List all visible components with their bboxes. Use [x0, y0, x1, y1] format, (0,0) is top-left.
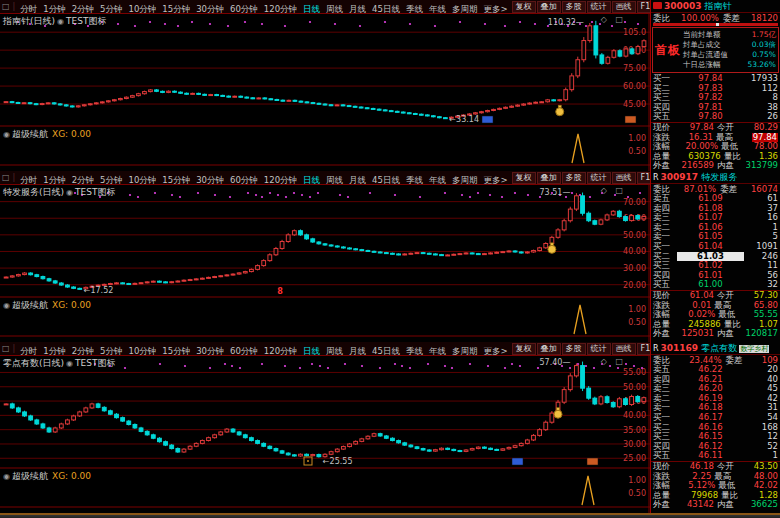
- period-10分钟[interactable]: 10分钟: [126, 346, 160, 356]
- period-45日线[interactable]: 45日线: [369, 4, 403, 14]
- period-5分钟[interactable]: 5分钟: [97, 175, 125, 185]
- period-15分钟[interactable]: 15分钟: [159, 346, 193, 356]
- period-更多>[interactable]: 更多>: [480, 346, 510, 356]
- bid-row-5[interactable]: 买五61.0032: [651, 280, 780, 290]
- toolbar-button-多股[interactable]: 多股: [562, 1, 586, 13]
- period-45日线[interactable]: 45日线: [369, 346, 403, 356]
- period-120分钟[interactable]: 120分钟: [261, 175, 300, 185]
- toolbar-button-复权[interactable]: 复权: [512, 1, 536, 13]
- indicator-dot-icon: ◉: [3, 472, 10, 481]
- chart-corner-icons[interactable]: ◇ □: [601, 186, 626, 195]
- chart-area[interactable]: 55.0050.0045.0040.0035.0030.0025.001.000…: [0, 356, 650, 513]
- toolbar-button-叠加[interactable]: 叠加: [537, 172, 561, 184]
- toolbar-button-叠加[interactable]: 叠加: [537, 343, 561, 355]
- period-60分钟[interactable]: 60分钟: [227, 175, 261, 185]
- period-10分钟[interactable]: 10分钟: [126, 175, 160, 185]
- candlestick-chart[interactable]: 55.0050.0045.0040.0035.0030.0025.001.000…: [0, 356, 650, 513]
- bid-row-5[interactable]: 买五97.8026: [651, 112, 780, 122]
- period-1分钟[interactable]: 1分钟: [40, 175, 68, 185]
- chart-corner-icons[interactable]: ◇ □: [601, 357, 626, 366]
- stock-period-label: 特发服务(日线): [3, 187, 64, 197]
- weibi-label: 委比: [653, 13, 670, 23]
- period-日线[interactable]: 日线: [300, 175, 323, 185]
- period-30分钟[interactable]: 30分钟: [193, 346, 227, 356]
- toolbar-button-F10[interactable]: F10: [637, 343, 650, 355]
- period-1分钟[interactable]: 1分钟: [40, 4, 68, 14]
- period-30分钟[interactable]: 30分钟: [193, 4, 227, 14]
- chart-corner-icons[interactable]: ◇ □: [601, 15, 626, 24]
- period-1分钟[interactable]: 1分钟: [40, 346, 68, 356]
- window-icon[interactable]: □: [2, 344, 10, 353]
- period-buttons: 分时1分钟2分钟5分钟10分钟15分钟30分钟60分钟120分钟日线周线月线45…: [17, 342, 510, 356]
- period-15分钟[interactable]: 15分钟: [159, 4, 193, 14]
- stock-block-2: □ | 分时1分钟2分钟5分钟10分钟15分钟30分钟60分钟120分钟日线周线…: [0, 171, 780, 342]
- toolbar-button-多股[interactable]: 多股: [562, 343, 586, 355]
- stock-header[interactable]: R 301169 零点有数 数字乡村: [651, 342, 780, 355]
- toolbar-button-画线[interactable]: 画线: [612, 1, 636, 13]
- period-5分钟[interactable]: 5分钟: [97, 346, 125, 356]
- toolbar-button-多股[interactable]: 多股: [562, 172, 586, 184]
- period-年线[interactable]: 年线: [426, 346, 449, 356]
- toolbar-button-复权[interactable]: 复权: [512, 343, 536, 355]
- stock-name: 指南针: [705, 0, 732, 12]
- stock-block-3: □ | 分时1分钟2分钟5分钟10分钟15分钟30分钟60分钟120分钟日线周线…: [0, 342, 780, 513]
- toolbar-button-F10[interactable]: F10: [637, 172, 650, 184]
- period-日线[interactable]: 日线: [300, 346, 323, 356]
- toolbar-button-叠加[interactable]: 叠加: [537, 1, 561, 13]
- period-60分钟[interactable]: 60分钟: [227, 4, 261, 14]
- period-多周期[interactable]: 多周期: [449, 175, 481, 185]
- toolbar-button-统计[interactable]: 统计: [587, 172, 611, 184]
- toolbar-button-复权[interactable]: 复权: [512, 172, 536, 184]
- period-年线[interactable]: 年线: [426, 4, 449, 14]
- period-月线[interactable]: 月线: [346, 346, 369, 356]
- period-多周期[interactable]: 多周期: [449, 4, 481, 14]
- period-周线[interactable]: 周线: [323, 175, 346, 185]
- toolbar-button-画线[interactable]: 画线: [612, 172, 636, 184]
- period-更多>[interactable]: 更多>: [480, 4, 510, 14]
- bid-row-5[interactable]: 买五46.111: [651, 451, 780, 461]
- period-120分钟[interactable]: 120分钟: [261, 346, 300, 356]
- period-季线[interactable]: 季线: [403, 4, 426, 14]
- period-日线[interactable]: 日线: [300, 4, 323, 14]
- svg-text:35.00: 35.00: [623, 426, 646, 435]
- window-icon[interactable]: □: [2, 2, 10, 11]
- svg-text:73.51—: 73.51—: [540, 188, 571, 197]
- period-15分钟[interactable]: 15分钟: [159, 175, 193, 185]
- period-2分钟[interactable]: 2分钟: [69, 175, 97, 185]
- period-5分钟[interactable]: 5分钟: [97, 4, 125, 14]
- window-icon[interactable]: □: [2, 173, 10, 182]
- candlestick-chart[interactable]: 70.0060.0050.0040.0030.0020.001.000.5073…: [0, 185, 650, 342]
- period-30分钟[interactable]: 30分钟: [193, 175, 227, 185]
- period-2分钟[interactable]: 2分钟: [69, 4, 97, 14]
- period-60分钟[interactable]: 60分钟: [227, 346, 261, 356]
- period-季线[interactable]: 季线: [403, 175, 426, 185]
- toolbar-button-画线[interactable]: 画线: [612, 343, 636, 355]
- bottom-scrollbar[interactable]: [0, 513, 780, 518]
- period-月线[interactable]: 月线: [346, 175, 369, 185]
- stock-header[interactable]: R 300917 特发服务: [651, 171, 780, 184]
- period-分时[interactable]: 分时: [17, 4, 40, 14]
- period-月线[interactable]: 月线: [346, 4, 369, 14]
- period-周线[interactable]: 周线: [323, 4, 346, 14]
- period-分时[interactable]: 分时: [17, 346, 40, 356]
- toolbar-button-统计[interactable]: 统计: [587, 343, 611, 355]
- period-周线[interactable]: 周线: [323, 346, 346, 356]
- candlestick-chart[interactable]: 105.090.0075.0060.0045.001.000.50110.32—…: [0, 14, 650, 171]
- period-年线[interactable]: 年线: [426, 175, 449, 185]
- period-45日线[interactable]: 45日线: [369, 175, 403, 185]
- stock-header[interactable]: 300003 指南针: [651, 0, 780, 13]
- toolbar-button-F10[interactable]: F10: [637, 1, 650, 13]
- period-更多>[interactable]: 更多>: [480, 175, 510, 185]
- period-分时[interactable]: 分时: [17, 175, 40, 185]
- toolbar-right-buttons: 复权叠加多股统计画线F10标记自选返回: [511, 172, 650, 184]
- period-2分钟[interactable]: 2分钟: [69, 346, 97, 356]
- period-120分钟[interactable]: 120分钟: [261, 4, 300, 14]
- chart-area[interactable]: 105.090.0075.0060.0045.001.000.50110.32—…: [0, 14, 650, 171]
- margin-trading-marker: R: [653, 173, 659, 182]
- chart-area[interactable]: 70.0060.0050.0040.0030.0020.001.000.5073…: [0, 185, 650, 342]
- period-多周期[interactable]: 多周期: [449, 346, 481, 356]
- stat-row-4: 总量630376量比1.36: [651, 152, 780, 162]
- period-10分钟[interactable]: 10分钟: [126, 4, 160, 14]
- period-季线[interactable]: 季线: [403, 346, 426, 356]
- toolbar-button-统计[interactable]: 统计: [587, 1, 611, 13]
